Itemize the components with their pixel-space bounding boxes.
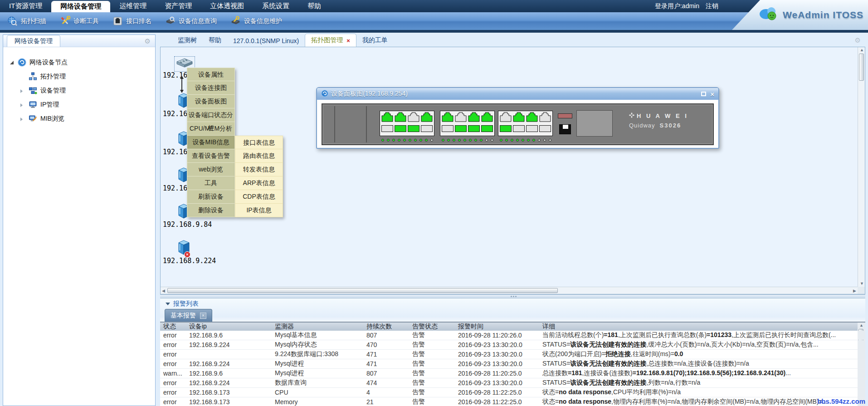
content-tab[interactable]: 监测树 (172, 34, 203, 47)
tree-expand-icon[interactable] (10, 59, 15, 66)
topology-canvas[interactable]: 设备面板图(192.168.9.254) × (161, 47, 858, 287)
status-led (469, 139, 472, 142)
scroll-left-icon[interactable]: ◀ (162, 289, 165, 293)
content-tab[interactable]: 帮助 (203, 34, 227, 47)
scroll-up-icon[interactable]: ▲ (860, 48, 864, 52)
context-menu-item[interactable]: 设备端口状态分析 (187, 108, 235, 122)
content-tab[interactable]: 拓扑图管理× (305, 34, 356, 47)
context-menu-item[interactable]: 刷新设备 (187, 190, 235, 204)
column-header[interactable]: 报警时间 (455, 323, 539, 331)
table-row[interactable]: warn...192.168.9.6Mysql进程807告警2016-09-28… (160, 369, 865, 378)
canvas-vertical-scrollbar[interactable]: ▲ ▼ (858, 47, 865, 287)
cell-monitor: Mysql基本信息 (272, 331, 363, 339)
toolbar-button[interactable]: 接口排名 (112, 16, 151, 26)
logout-link[interactable]: 注销 (706, 2, 718, 10)
status-led (403, 139, 406, 142)
dialog-icon (321, 90, 328, 98)
top-menu-item[interactable]: 系统设置 (253, 0, 298, 12)
top-menu-item[interactable]: 运维管理 (110, 0, 156, 12)
canvas-hscroll-thumb[interactable] (167, 288, 558, 293)
context-menu-item[interactable]: 删除设备 (187, 204, 235, 217)
table-scrollbar[interactable]: ▲ (858, 323, 865, 331)
sidebar-gear-icon[interactable]: ⚙ (145, 37, 151, 45)
toolbar-button[interactable]: 设备信息查询 (165, 16, 217, 26)
dialog-restore-icon[interactable] (701, 92, 706, 96)
column-header[interactable]: 设备ip (186, 323, 272, 331)
toolbar-button[interactable]: 拓扑扫描 (7, 16, 46, 26)
tree-expand-icon[interactable] (20, 115, 25, 122)
top-menu-items: IT资源管理网络设备管理运维管理资产管理立体透视图系统设置帮助 (0, 0, 330, 12)
tabstrip-gear-icon[interactable]: ⚙ (855, 36, 861, 44)
alarm-section-header[interactable]: 报警列表 (160, 298, 865, 309)
canvas-vscroll-thumb[interactable] (859, 54, 864, 81)
brand-model: S3026 (660, 122, 682, 129)
toolbar-button[interactable]: 诊断工具 (60, 16, 99, 26)
submenu-item[interactable]: ARP表信息 (235, 176, 283, 190)
table-row[interactable]: error192.168.9.173CPU4告警2016-09-28 11:22… (160, 388, 865, 397)
cell-monitor: Mysql进程 (272, 360, 363, 368)
submenu-item[interactable]: CDP表信息 (235, 190, 283, 204)
toolbar-button[interactable]: 设备信息维护 (230, 16, 282, 26)
top-menu-item[interactable]: 立体透视图 (201, 0, 253, 12)
rj45-port (468, 112, 480, 124)
table-row[interactable]: error192.168.9.173Memory21告警2016-09-28 1… (160, 397, 865, 406)
context-menu-item[interactable]: 设备面板图 (187, 95, 235, 108)
tree-expand-icon[interactable] (20, 101, 25, 108)
tree-node-label: 拓扑管理 (40, 73, 66, 81)
alarm-tab-close-icon[interactable]: × (200, 313, 206, 319)
alarm-tab-basic[interactable]: 基本报警 × (165, 309, 212, 322)
column-header[interactable]: 持续次数 (363, 323, 409, 331)
tree-node[interactable]: 网络设备节点 (10, 55, 155, 69)
context-menu-item[interactable]: 设备连接图 (187, 81, 235, 95)
topology-viewport: 设备面板图(192.168.9.254) × (160, 47, 865, 294)
context-menu-item[interactable]: CPU/MEM分析 (187, 122, 235, 136)
cell-count: 21 (363, 398, 409, 406)
table-row[interactable]: error192.168.9.224数据库查询474告警2016-09-23 1… (160, 378, 865, 388)
context-menu-item[interactable]: web浏览 (187, 163, 235, 176)
sidebar-title-tab[interactable]: 网络设备管理 (7, 35, 60, 47)
tab-close-icon[interactable]: × (346, 38, 350, 44)
context-menu-item[interactable]: 设备MIB信息 (187, 136, 235, 149)
column-header[interactable]: 详细 (539, 323, 858, 331)
device-ip-label: 192.168.9.84 (163, 220, 212, 229)
submenu-item[interactable]: IP表信息 (235, 204, 283, 217)
top-menu-item[interactable]: 网络设备管理 (51, 1, 110, 12)
content-tab[interactable]: 我的工单 (356, 34, 394, 47)
column-header[interactable]: 告警状态 (409, 323, 455, 331)
submenu-item[interactable]: 路由表信息 (235, 149, 283, 163)
tree-node[interactable]: 拓扑管理 (10, 69, 155, 83)
canvas-horizontal-scrollbar[interactable]: ◀ ▶ (161, 287, 858, 294)
context-menu-item[interactable]: 设备属性 (187, 68, 235, 81)
submenu-item[interactable]: 接口表信息 (235, 136, 283, 149)
context-menu-item[interactable]: 工具 (187, 176, 235, 190)
column-header[interactable]: 监测器 (272, 323, 363, 331)
context-menu-item[interactable]: 查看设备告警 (187, 149, 235, 163)
content-tab[interactable]: 127.0.0.1(SNMP Linux) (227, 35, 305, 47)
top-menu-item[interactable]: 帮助 (298, 0, 330, 12)
table-row[interactable]: error192.168.9.224Mysql进程471告警2016-09-23… (160, 359, 865, 369)
scroll-down-icon[interactable]: ▼ (860, 282, 864, 286)
top-menu-item[interactable]: 资产管理 (156, 0, 201, 12)
tree-node[interactable]: 设备管理 (10, 83, 155, 98)
scroll-up-icon[interactable]: ▲ (859, 323, 863, 328)
scroll-right-icon[interactable]: ▶ (853, 289, 856, 293)
table-row[interactable]: error192.168.9.6Mysql基本信息807告警2016-09-28… (160, 331, 865, 340)
column-header[interactable]: 状态 (160, 323, 186, 331)
status-led (480, 139, 483, 142)
dialog-titlebar[interactable]: 设备面板图(192.168.9.254) × (317, 88, 718, 100)
splitter-bar[interactable] (160, 294, 865, 298)
content-tab-label: 我的工单 (362, 36, 388, 44)
dialog-close-icon[interactable]: × (710, 91, 714, 98)
toolbar-button-label: 诊断工具 (73, 17, 99, 25)
content-tab-label: 监测树 (178, 36, 197, 44)
rj45-port (442, 125, 454, 132)
cell-alarm-state: 告警 (409, 369, 455, 377)
table-row[interactable]: error192.168.9.224Mysql内存状态470告警2016-09-… (160, 340, 865, 350)
tree-expand-icon[interactable] (20, 87, 25, 94)
table-row[interactable]: error9.224数据库端口:3308471告警2016-09-23 13:3… (160, 350, 865, 359)
top-menu-item[interactable]: IT资源管理 (0, 0, 51, 12)
submenu-item[interactable]: 转发表信息 (235, 163, 283, 176)
tree-node[interactable]: MIB浏览 (10, 112, 155, 126)
tree-node[interactable]: IP管理 (10, 98, 155, 112)
topology-device[interactable]: × (177, 240, 191, 258)
